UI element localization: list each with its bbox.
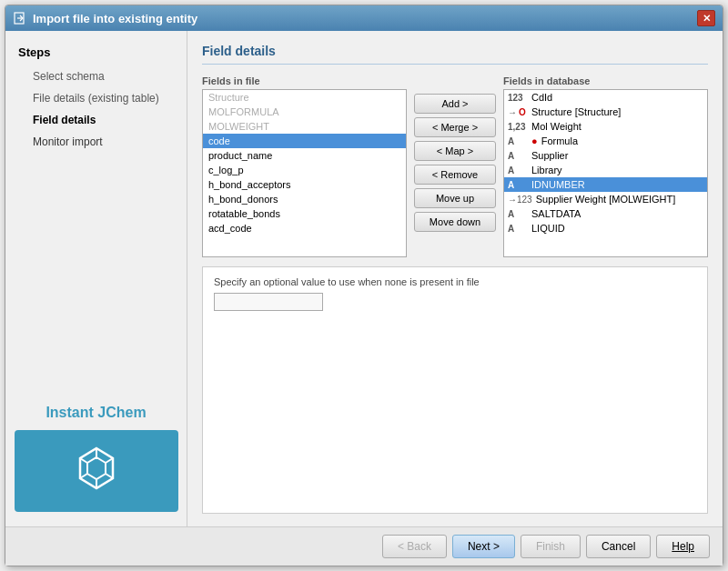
list-item[interactable]: acd_code bbox=[203, 221, 406, 235]
finish-button[interactable]: Finish bbox=[521, 535, 581, 558]
list-item-selected[interactable]: code bbox=[203, 134, 406, 148]
help-button[interactable]: Help bbox=[656, 535, 710, 558]
text-icon: A bbox=[508, 180, 528, 190]
file-fields-label: Fields in file bbox=[202, 75, 407, 86]
db-fields-container: Fields in database 123 CdId →O Structure… bbox=[503, 75, 708, 257]
logo-box bbox=[15, 430, 178, 512]
close-button[interactable]: ✕ bbox=[697, 10, 715, 26]
back-button[interactable]: < Back bbox=[382, 535, 447, 558]
numeric-icon: 123 bbox=[508, 93, 528, 103]
optional-section: Specify an optional value to use when no… bbox=[202, 266, 708, 514]
middle-buttons: Add > < Merge > < Map > < Remove Move up… bbox=[414, 75, 496, 257]
db-list-item-selected[interactable]: A IDNUMBER bbox=[504, 177, 707, 192]
db-list-item[interactable]: A ● Formula bbox=[504, 134, 707, 148]
list-item[interactable]: MOLWEIGHT bbox=[203, 119, 406, 134]
bottom-bar: < Back Next > Finish Cancel Help bbox=[5, 526, 723, 566]
content-area: Steps Select schema File details (existi… bbox=[5, 31, 723, 526]
map-button[interactable]: < Map > bbox=[414, 141, 496, 161]
remove-button[interactable]: < Remove bbox=[414, 165, 496, 185]
step-2: File details (existing table) bbox=[33, 90, 174, 106]
numeric-icon: 1,23 bbox=[508, 122, 528, 132]
section-title: Field details bbox=[202, 44, 708, 65]
optional-label: Specify an optional value to use when no… bbox=[214, 276, 696, 287]
sidebar: Steps Select schema File details (existi… bbox=[5, 31, 187, 526]
db-list-item[interactable]: A SALTDATA bbox=[504, 206, 707, 221]
steps-list: Select schema File details (existing tab… bbox=[18, 68, 174, 155]
move-down-button[interactable]: Move down bbox=[414, 212, 496, 232]
file-fields-container: Fields in file Structure MOLFORMULA MOLW… bbox=[202, 75, 407, 257]
db-list-item[interactable]: 123 CdId bbox=[504, 90, 707, 105]
db-list-item[interactable]: A Supplier bbox=[504, 148, 707, 163]
list-item[interactable]: product_name bbox=[203, 148, 406, 163]
field-lists-row: Fields in file Structure MOLFORMULA MOLW… bbox=[202, 75, 708, 257]
title-bar: Import file into existing entity ✕ bbox=[5, 5, 723, 31]
text-icon: A bbox=[508, 136, 528, 146]
add-button[interactable]: Add > bbox=[414, 94, 496, 114]
sidebar-bottom: Instant JChem bbox=[18, 405, 174, 512]
merge-button[interactable]: < Merge > bbox=[414, 117, 496, 137]
file-fields-listbox[interactable]: Structure MOLFORMULA MOLWEIGHT code prod… bbox=[202, 89, 407, 257]
db-list-item[interactable]: 1,23 Mol Weight bbox=[504, 119, 707, 134]
db-list-item[interactable]: →O Structure [Structure] bbox=[504, 105, 707, 119]
move-up-button[interactable]: Move up bbox=[414, 188, 496, 208]
db-list-item[interactable]: A Library bbox=[504, 163, 707, 177]
brand-label: Instant JChem bbox=[46, 405, 146, 421]
step-1: Select schema bbox=[33, 68, 174, 85]
list-item[interactable]: Structure bbox=[203, 90, 406, 105]
db-fields-listbox[interactable]: 123 CdId →O Structure [Structure] 1,23 M… bbox=[503, 89, 708, 257]
list-item[interactable]: h_bond_acceptors bbox=[203, 177, 406, 192]
numeric-icon: →123 bbox=[508, 195, 532, 205]
text-icon: A bbox=[508, 209, 528, 219]
text-icon: A bbox=[508, 151, 528, 161]
step-3: Field details bbox=[33, 112, 174, 128]
db-item-label: ● bbox=[531, 135, 538, 146]
main-content: Field details Fields in file Structure M… bbox=[187, 31, 723, 526]
text-icon: A bbox=[508, 224, 528, 234]
list-item[interactable]: h_bond_donors bbox=[203, 192, 406, 206]
logo-icon bbox=[69, 443, 124, 500]
title-bar-left: Import file into existing entity bbox=[13, 11, 197, 25]
text-icon: A bbox=[508, 165, 528, 175]
dialog-title: Import file into existing entity bbox=[33, 12, 197, 25]
db-list-item[interactable]: →123 Supplier Weight [MOLWEIGHT] bbox=[504, 192, 707, 206]
list-item[interactable]: c_log_p bbox=[203, 163, 406, 177]
svg-marker-3 bbox=[87, 457, 106, 479]
sidebar-title: Steps bbox=[18, 45, 174, 59]
cancel-button[interactable]: Cancel bbox=[586, 535, 651, 558]
next-button[interactable]: Next > bbox=[452, 535, 515, 558]
db-list-item[interactable]: A LIQUID bbox=[504, 221, 707, 235]
import-icon bbox=[13, 11, 27, 25]
step-4: Monitor import bbox=[33, 134, 174, 150]
dialog-window: Import file into existing entity ✕ Steps… bbox=[5, 5, 723, 566]
db-fields-label: Fields in database bbox=[503, 75, 708, 86]
list-item[interactable]: MOLFORMULA bbox=[203, 105, 406, 119]
optional-input[interactable] bbox=[214, 293, 323, 311]
field-details-area: Fields in file Structure MOLFORMULA MOLW… bbox=[202, 75, 708, 514]
structure-icon: →O bbox=[508, 107, 528, 117]
list-item[interactable]: rotatable_bonds bbox=[203, 206, 406, 221]
